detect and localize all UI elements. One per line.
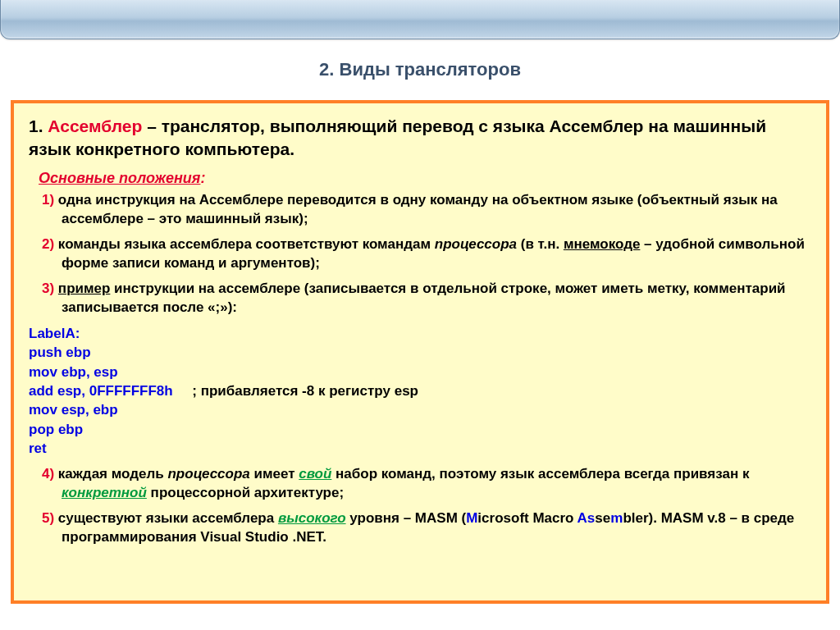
point-5-num: 5)	[42, 510, 54, 526]
point-5-mid3: se	[595, 510, 610, 526]
code-l2: push ebp	[29, 345, 91, 360]
window-frame-top	[0, 0, 840, 39]
point-5-b1: M	[466, 510, 477, 526]
definition-term: Ассемблер	[48, 116, 142, 135]
point-5-b3: m	[610, 510, 623, 526]
content-panel: 1. Ассемблер – транслятор, выполняющий п…	[11, 100, 829, 604]
point-3-rest: инструкции на ассемблере (записывается в…	[62, 281, 786, 315]
point-5-pre: существуют языки ассемблера	[54, 510, 278, 526]
definition-number: 1.	[29, 116, 43, 135]
point-1-num: 1)	[42, 192, 54, 208]
point-1-text: одна инструкция на Ассемблере переводитс…	[54, 192, 778, 226]
subtitle: Основные положения	[39, 168, 200, 188]
point-4-mid2: набор команд, поэтому язык ассемблера вс…	[331, 466, 749, 482]
point-1: 1) одна инструкция на Ассемблере перевод…	[29, 191, 810, 229]
point-5-b2: As	[578, 510, 596, 526]
code-l4-comment: ; прибавляется -8 к регистру esp	[192, 383, 418, 399]
section-title: 2. Виды трансляторов	[0, 59, 840, 80]
code-l3: mov ebp, esp	[29, 364, 118, 380]
subtitle-row: Основные положения:	[29, 168, 810, 191]
point-4-mid1: имеет	[250, 466, 299, 482]
point-3-ul: пример	[58, 281, 111, 296]
point-5-mid1: уровня – MASM (	[346, 510, 467, 526]
point-4-pre: каждая модель	[54, 466, 167, 482]
point-4-rest: процессорной архитектуре;	[147, 485, 344, 500]
point-2-num: 2)	[42, 236, 54, 252]
point-2-pre: команды языка ассемблера соответствуют к…	[54, 236, 435, 252]
code-l7: ret	[29, 441, 47, 456]
code-block: LabelA: push ebp mov ebp, esp add esp, 0…	[29, 324, 810, 459]
code-l6: pop ebp	[29, 422, 83, 437]
point-3-num: 3)	[42, 281, 54, 296]
subtitle-colon: :	[200, 170, 205, 186]
point-5-mid2: icrosoft Macro	[477, 510, 577, 526]
code-l1: LabelA:	[29, 326, 80, 341]
definition-line: 1. Ассемблер – транслятор, выполняющий п…	[29, 115, 810, 162]
point-5: 5) существуют языки ассемблера высокого …	[29, 509, 810, 547]
point-4-num: 4)	[42, 466, 54, 482]
point-2-mid: (в т.н.	[517, 236, 564, 252]
point-3: 3) пример инструкции на ассемблере (запи…	[29, 280, 810, 317]
point-4-g2: конкретной	[62, 485, 147, 500]
point-2-ul: мнемокоде	[564, 236, 641, 252]
point-2-em: процессора	[435, 236, 517, 252]
code-l4a: add esp, 0FFFFFFF8h	[29, 383, 192, 399]
code-l5: mov esp, ebp	[29, 402, 118, 418]
point-5-g1: высокого	[278, 510, 346, 526]
point-4-em: процессора	[167, 466, 249, 482]
point-4: 4) каждая модель процессора имеет свой н…	[29, 465, 810, 503]
point-2: 2) команды языка ассемблера соответствую…	[29, 235, 810, 273]
point-4-g1: свой	[299, 466, 331, 482]
